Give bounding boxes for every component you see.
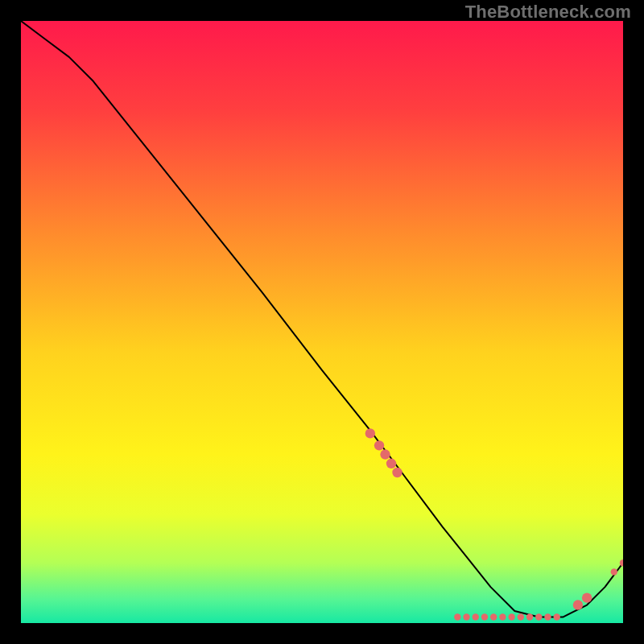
data-point [490, 613, 497, 620]
data-point [544, 613, 551, 620]
chart-background [21, 21, 623, 623]
chart-svg [21, 21, 623, 623]
watermark-text: TheBottleneck.com [465, 2, 631, 23]
data-point [380, 449, 390, 459]
data-point [454, 613, 460, 620]
data-point [526, 613, 533, 620]
data-point [582, 592, 592, 602]
data-point [463, 613, 469, 620]
data-point [554, 613, 560, 620]
data-point [611, 568, 617, 575]
data-point [499, 613, 506, 620]
data-point [365, 428, 375, 438]
data-point [518, 613, 524, 620]
data-point [473, 613, 479, 620]
data-point [508, 613, 514, 620]
chart-plot [21, 21, 623, 623]
data-point [386, 459, 396, 469]
chart-frame: TheBottleneck.com [0, 0, 644, 644]
data-point [392, 468, 402, 477]
data-point [481, 613, 488, 620]
data-point [374, 440, 384, 450]
data-point [573, 600, 583, 609]
data-point [535, 613, 542, 620]
